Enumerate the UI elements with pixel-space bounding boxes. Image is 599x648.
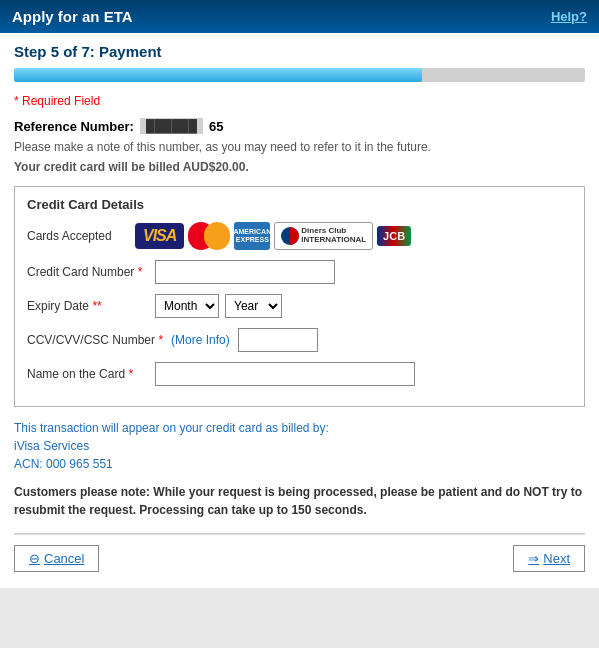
billed-strong: Your credit card will be billed AUD$20.0…: [14, 160, 249, 174]
jcb-logo: JCB: [377, 226, 411, 246]
name-input[interactable]: [155, 362, 415, 386]
name-row: Name on the Card *: [27, 362, 572, 386]
cancel-icon: ⊖: [29, 551, 40, 566]
more-info-link[interactable]: (More Info): [171, 333, 230, 347]
cards-accepted-label: Cards Accepted: [27, 229, 127, 243]
cc-number-row: Credit Card Number *: [27, 260, 572, 284]
cvv-row: CCV/CVV/CSC Number * (More Info): [27, 328, 572, 352]
required-label: * Required Field: [14, 94, 585, 108]
cc-number-label: Credit Card Number *: [27, 265, 147, 279]
diners-logo: Diners Club INTERNATIONAL: [274, 222, 373, 250]
cc-section: Credit Card Details Cards Accepted VISA …: [14, 186, 585, 407]
name-label: Name on the Card *: [27, 367, 147, 381]
expiry-year-select[interactable]: Year 2024 2025 2026 2027 2028 2029 2030: [225, 294, 282, 318]
transaction-notice-line1: This transaction will appear on your cre…: [14, 421, 329, 435]
company-name: iVisa Services: [14, 437, 585, 455]
next-button[interactable]: ⇒ Next: [513, 545, 585, 572]
billed-text: Your credit card will be billed AUD$20.0…: [14, 160, 585, 174]
footer-buttons: ⊖ Cancel ⇒ Next: [14, 534, 585, 578]
customer-note: Customers please note: While your reques…: [14, 483, 585, 519]
cc-number-input[interactable]: [155, 260, 335, 284]
progress-bar-container: [14, 68, 585, 82]
expiry-month-select[interactable]: Month 01 02 03 04 05 06 07 08 09 10 11 1…: [155, 294, 219, 318]
next-icon: ⇒: [528, 551, 539, 566]
reference-masked: ██████: [140, 118, 203, 134]
cancel-button[interactable]: ⊖ Cancel: [14, 545, 99, 572]
cvv-label: CCV/CVV/CSC Number *: [27, 333, 163, 347]
header-title: Apply for an ETA: [12, 8, 133, 25]
reference-number: 65: [209, 119, 223, 134]
header: Apply for an ETA Help?: [0, 0, 599, 33]
amex-logo: AMERICAN EXPRESS: [234, 222, 270, 250]
mastercard-logo: [188, 222, 230, 250]
expiry-group: Month 01 02 03 04 05 06 07 08 09 10 11 1…: [155, 294, 282, 318]
main-content: Step 5 of 7: Payment * Required Field Re…: [0, 33, 599, 588]
expiry-row: Expiry Date ** Month 01 02 03 04 05 06 0…: [27, 294, 572, 318]
cvv-input[interactable]: [238, 328, 318, 352]
help-link[interactable]: Help?: [551, 9, 587, 24]
card-logos: VISA AMERICAN EXPRESS Diners Club INTERN…: [135, 222, 411, 250]
cards-accepted-row: Cards Accepted VISA AMERICAN EXPRESS Din…: [27, 222, 572, 250]
required-asterisk: *: [14, 94, 19, 108]
expiry-label: Expiry Date **: [27, 299, 147, 313]
cancel-label: Cancel: [44, 551, 84, 566]
transaction-notice: This transaction will appear on your cre…: [14, 419, 585, 473]
next-label: Next: [543, 551, 570, 566]
reference-row: Reference Number: ██████ 65: [14, 118, 585, 134]
reference-label: Reference Number:: [14, 119, 134, 134]
note-text: Please make a note of this number, as yo…: [14, 140, 585, 154]
cc-section-title: Credit Card Details: [27, 197, 572, 212]
required-text: Required Field: [22, 94, 100, 108]
visa-logo: VISA: [135, 223, 184, 249]
progress-bar-fill: [14, 68, 422, 82]
acn: ACN: 000 965 551: [14, 455, 585, 473]
step-title: Step 5 of 7: Payment: [14, 43, 585, 60]
customer-note-text: Customers please note: While your reques…: [14, 485, 582, 517]
